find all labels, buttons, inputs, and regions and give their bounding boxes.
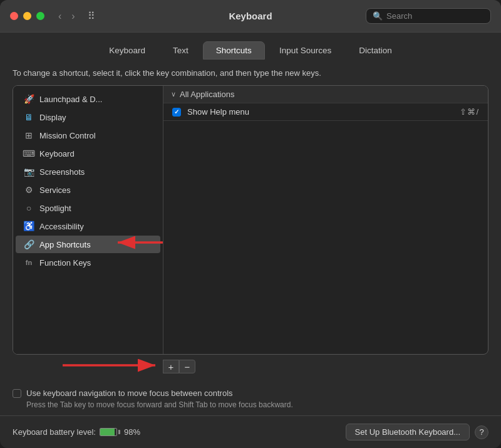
search-bar[interactable]: 🔍 (366, 8, 491, 24)
sidebar-label-accessibility: Accessibility (39, 222, 84, 231)
sidebar-label-services: Services (39, 185, 71, 195)
main-panel: 🚀 Launchpad & D... 🖥 Display ⊞ Mission C… (13, 85, 488, 355)
shortcut-key-show-help: ⇧⌘/ (460, 107, 479, 117)
keyboard-nav-row: Use keyboard navigation to move focus be… (13, 388, 233, 398)
display-icon: 🖥 (23, 112, 34, 123)
main-window: ‹ › ⠿ Keyboard 🔍 Keyboard Text Shortcuts… (0, 0, 501, 448)
battery-percent: 98% (124, 427, 140, 437)
spotlight-icon: ○ (23, 202, 34, 214)
sidebar-label-function-keys: Function Keys (39, 258, 91, 268)
battery-body (100, 428, 117, 436)
tab-shortcuts[interactable]: Shortcuts (203, 41, 265, 60)
tab-input-sources[interactable]: Input Sources (266, 41, 344, 60)
search-input[interactable] (386, 11, 484, 21)
sidebar-item-services[interactable]: ⚙ Services (16, 181, 160, 199)
sidebar-item-screenshots[interactable]: 📷 Screenshots (16, 163, 160, 180)
sidebar-item-app-shortcuts[interactable]: 🔗 App Shortcuts (16, 236, 160, 253)
sidebar-label-spotlight: Spotlight (39, 204, 71, 213)
group-label: All Applications (180, 90, 234, 99)
sidebar-label-screenshots: Screenshots (39, 167, 85, 177)
add-shortcut-button[interactable]: + (163, 360, 179, 373)
sidebar-item-function-keys[interactable]: fn Function Keys (16, 254, 160, 271)
red-arrow-sidebar (113, 233, 163, 252)
titlebar: ‹ › ⠿ Keyboard 🔍 (0, 0, 501, 33)
window-title: Keyboard (229, 11, 272, 21)
red-arrow-add (63, 358, 163, 373)
nav-buttons: ‹ › (54, 9, 79, 23)
remove-shortcut-button[interactable]: − (179, 360, 195, 373)
mission-icon: ⊞ (23, 130, 34, 141)
tab-text[interactable]: Text (160, 41, 202, 60)
chevron-icon: ∨ (171, 90, 176, 98)
services-icon: ⚙ (23, 184, 34, 195)
keyboard-nav-hint: Press the Tab key to move focus forward … (13, 400, 293, 409)
sidebar-label-display: Display (39, 113, 66, 122)
battery-icon (100, 428, 120, 436)
accessibility-icon: ♿ (23, 221, 34, 232)
bottom-row: + − (13, 355, 488, 373)
sidebar-item-mission[interactable]: ⊞ Mission Control (16, 127, 160, 144)
tab-dictation[interactable]: Dictation (346, 41, 405, 60)
battery-tip (118, 430, 120, 434)
footer: Use keyboard navigation to move focus be… (0, 382, 501, 409)
shortcut-name-show-help: Show Help menu (187, 107, 453, 117)
grid-icon: ⠿ (88, 10, 95, 22)
sidebar: 🚀 Launchpad & D... 🖥 Display ⊞ Mission C… (13, 86, 163, 354)
content-area: To change a shortcut, select it, click t… (0, 60, 501, 382)
shortcut-row-show-help[interactable]: Show Help menu ⇧⌘/ (163, 103, 488, 121)
instruction-text: To change a shortcut, select it, click t… (13, 60, 488, 85)
search-icon: 🔍 (373, 11, 383, 21)
sidebar-label-mission: Mission Control (39, 131, 96, 140)
launchpad-icon: 🚀 (23, 93, 34, 105)
keyboard-icon: ⌨ (23, 148, 34, 159)
setup-bluetooth-button[interactable]: Set Up Bluetooth Keyboard... (346, 424, 470, 440)
forward-button[interactable]: › (68, 9, 78, 23)
right-panel: ∨ All Applications Show Help menu ⇧⌘/ (163, 86, 488, 354)
battery-label: Keyboard battery level: (13, 427, 96, 437)
sidebar-label-keyboard: Keyboard (39, 149, 75, 159)
maximize-button[interactable] (36, 12, 44, 20)
tabs-row: Keyboard Text Shortcuts Input Sources Di… (0, 33, 501, 60)
fn-icon: fn (23, 257, 34, 268)
sidebar-item-spotlight[interactable]: ○ Spotlight (16, 199, 160, 217)
battery-fill (100, 429, 115, 435)
traffic-lights (10, 12, 44, 20)
keyboard-nav-label: Use keyboard navigation to move focus be… (26, 388, 233, 398)
group-header[interactable]: ∨ All Applications (163, 86, 488, 103)
minimize-button[interactable] (23, 12, 31, 20)
sidebar-item-accessibility[interactable]: ♿ Accessibility (16, 217, 160, 235)
shortcuts-list: Show Help menu ⇧⌘/ (163, 103, 488, 354)
battery-info: Keyboard battery level: 98% (13, 427, 140, 437)
sidebar-label-app-shortcuts: App Shortcuts (39, 240, 91, 249)
help-button[interactable]: ? (475, 425, 488, 439)
sidebar-label-launchpad: Launchpad & D... (39, 95, 102, 104)
sidebar-item-display[interactable]: 🖥 Display (16, 108, 160, 126)
status-bar: Keyboard battery level: 98% Set Up Bluet… (0, 415, 501, 448)
back-button[interactable]: ‹ (54, 9, 65, 23)
sidebar-item-launchpad[interactable]: 🚀 Launchpad & D... (16, 90, 160, 108)
screenshots-icon: 📷 (23, 166, 34, 177)
app-shortcuts-icon: 🔗 (23, 239, 34, 250)
sidebar-item-keyboard[interactable]: ⌨ Keyboard (16, 145, 160, 162)
tab-keyboard[interactable]: Keyboard (96, 41, 158, 60)
shortcut-checkbox-show-help[interactable] (172, 108, 181, 117)
keyboard-nav-checkbox[interactable] (13, 389, 21, 398)
close-button[interactable] (10, 12, 18, 20)
